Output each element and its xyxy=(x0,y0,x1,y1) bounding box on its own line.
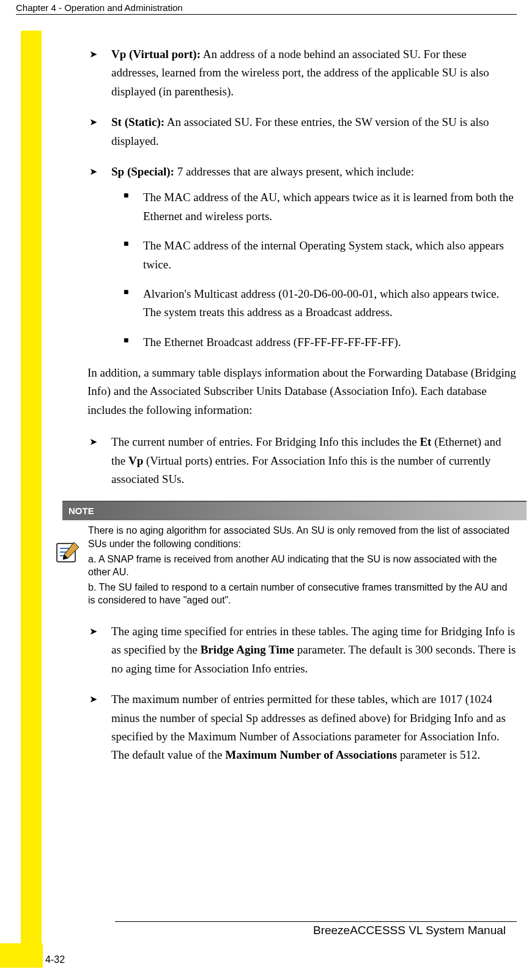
list-item: The maximum number of entries permitted … xyxy=(78,690,517,765)
bullet-group-1: Vp (Virtual port): An address of a node … xyxy=(78,45,517,352)
bold-inline: Bridge Aging Time xyxy=(201,643,294,656)
bold-label: St (Static): xyxy=(111,116,165,128)
bullet-group-3: The aging time specified for entries in … xyxy=(78,622,517,765)
item-text: Alvarion's Multicast address (01-20-D6-0… xyxy=(143,287,499,319)
bold-inline: Vp xyxy=(128,454,143,467)
header-left: Chapter 4 - Operation and Administration xyxy=(16,2,183,13)
bold-inline: Et xyxy=(420,435,431,448)
list-item: The MAC address of the AU, which appears… xyxy=(111,188,517,226)
note-text: There is no aging algorithm for associat… xyxy=(82,524,517,609)
bold-label: Vp (Virtual port): xyxy=(111,48,201,61)
list-item: Vp (Virtual port): An address of a node … xyxy=(78,45,517,101)
note-line: b. The SU failed to respond to a certain… xyxy=(88,581,517,607)
left-yellow-strip xyxy=(21,31,42,943)
summary-paragraph: In addition, a summary table displays in… xyxy=(87,364,517,419)
note-icon xyxy=(53,540,82,566)
item-text: The Ethernet Broadcast address (FF-FF-FF… xyxy=(143,336,401,348)
item-text-part: (Virtual ports) entries. For Association… xyxy=(111,454,490,485)
page-footer: BreezeACCESSS VL System Manual 4-32 xyxy=(0,921,529,968)
manual-title: BreezeACCESSS VL System Manual xyxy=(313,924,506,937)
content-area: Vp (Virtual port): An address of a node … xyxy=(0,15,529,765)
list-item: Alvarion's Multicast address (01-20-D6-0… xyxy=(111,285,517,322)
list-item: The Ethernet Broadcast address (FF-FF-FF… xyxy=(111,333,517,352)
footer-left-block: 4-32 xyxy=(0,943,529,968)
list-item: Sp (Special): 7 addresses that are alway… xyxy=(78,163,517,352)
bullet-group-2: The current number of entries. For Bridg… xyxy=(78,433,517,488)
list-item: St (Static): An associated SU. For these… xyxy=(78,113,517,150)
item-text: 7 addresses that are always present, whi… xyxy=(174,165,414,178)
page-header: Chapter 4 - Operation and Administration xyxy=(16,0,517,15)
note-line: There is no aging algorithm for associat… xyxy=(88,524,517,550)
note-block: NOTE There is no aging algorithm for ass… xyxy=(53,501,517,609)
item-text-part: The current number of entries. For Bridg… xyxy=(111,435,420,448)
item-text: An associated SU. For these entries, the… xyxy=(111,116,489,147)
yellow-corner-block xyxy=(0,943,43,968)
item-text-part: parameter is 512. xyxy=(397,748,480,761)
note-line: a. A SNAP frame is received from another… xyxy=(88,553,517,579)
note-label: NOTE xyxy=(62,501,527,520)
bold-label: Sp (Special): xyxy=(111,165,174,178)
note-body: There is no aging algorithm for associat… xyxy=(53,524,517,609)
list-item: The MAC address of the internal Operatin… xyxy=(111,237,517,274)
item-text: The MAC address of the AU, which appears… xyxy=(143,191,514,222)
item-text: The MAC address of the internal Operatin… xyxy=(143,239,504,270)
bold-inline: Maximum Number of Associations xyxy=(225,748,397,761)
footer-rule xyxy=(115,921,517,922)
nested-group: The MAC address of the AU, which appears… xyxy=(111,188,517,352)
page-number: 4-32 xyxy=(43,952,70,971)
page: Chapter 4 - Operation and Administration… xyxy=(0,0,529,980)
list-item: The aging time specified for entries in … xyxy=(78,622,517,678)
list-item: The current number of entries. For Bridg… xyxy=(78,433,517,488)
